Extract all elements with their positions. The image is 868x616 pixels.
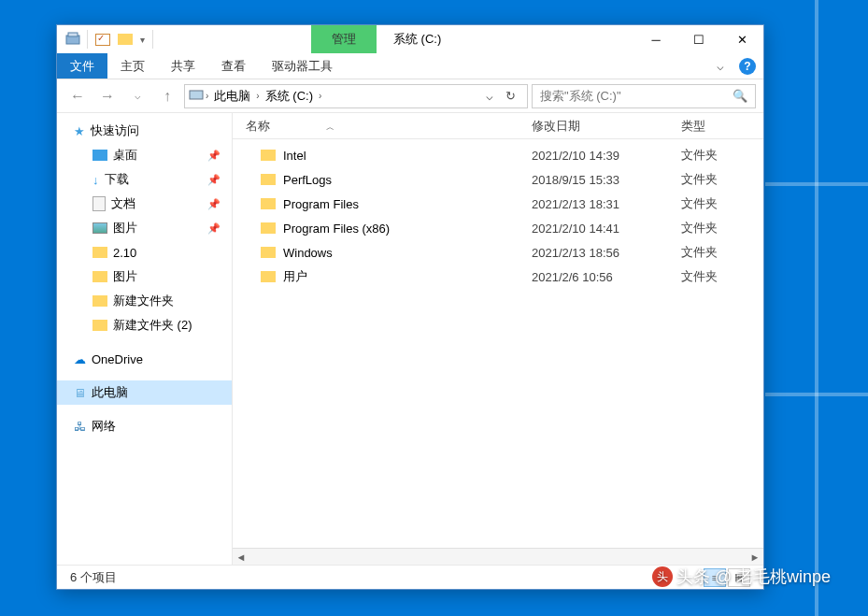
file-name: PerfLogs <box>283 173 332 187</box>
watermark: 头 头条 @ 老毛桃winpe <box>652 566 831 588</box>
horizontal-scrollbar[interactable]: ◄ ► <box>233 548 763 565</box>
nav-documents[interactable]: 文档📌 <box>57 192 232 216</box>
file-name: Windows <box>283 246 333 260</box>
file-date: 2021/2/13 18:56 <box>532 246 681 260</box>
folder-icon <box>92 295 107 307</box>
file-name: Program Files (x86) <box>283 222 390 236</box>
file-date: 2021/2/6 10:56 <box>532 270 681 284</box>
file-date: 2021/2/10 14:41 <box>532 222 681 236</box>
back-button[interactable]: ← <box>64 83 91 109</box>
ribbon-tab-drivetools[interactable]: 驱动器工具 <box>259 53 346 79</box>
navigation-pane[interactable]: ★快速访问 桌面📌 ↓下载📌 文档📌 图片📌 2.10 图片 新建文件夹 新建文… <box>57 113 233 565</box>
folder-icon <box>261 174 276 185</box>
scroll-right-icon[interactable]: ► <box>747 552 763 563</box>
column-date[interactable]: 修改日期 <box>532 118 681 135</box>
help-button[interactable]: ? <box>732 53 763 79</box>
forward-button[interactable]: → <box>94 83 121 109</box>
maximize-button[interactable]: ☐ <box>677 25 720 53</box>
search-input[interactable] <box>540 89 733 103</box>
ribbon-tab-share[interactable]: 共享 <box>158 53 208 79</box>
nav-this-pc[interactable]: 🖥此电脑 <box>57 380 232 405</box>
nav-newfolder2[interactable]: 新建文件夹 (2) <box>57 313 232 337</box>
nav-pictures2[interactable]: 图片 <box>57 265 232 289</box>
minimize-button[interactable]: ─ <box>634 25 677 53</box>
cloud-icon: ☁ <box>74 352 86 366</box>
star-icon: ★ <box>74 124 85 138</box>
titlebar[interactable]: ▾ 管理 系统 (C:) ─ ☐ ✕ <box>57 25 763 53</box>
file-name: Program Files <box>283 197 359 211</box>
column-name[interactable]: 名称︿ <box>233 118 532 135</box>
file-type: 文件夹 <box>681 244 756 261</box>
qat-customize-icon[interactable]: ▾ <box>140 35 145 45</box>
up-button[interactable]: ↑ <box>154 83 180 109</box>
nav-network[interactable]: 🖧网络 <box>57 414 232 438</box>
pin-icon: 📌 <box>207 174 221 186</box>
app-icon <box>63 29 83 50</box>
item-count: 6 个项目 <box>70 569 117 586</box>
file-date: 2021/2/10 14:39 <box>532 149 681 163</box>
file-row[interactable]: Windows2021/2/13 18:56文件夹 <box>233 240 763 265</box>
file-date: 2018/9/15 15:33 <box>532 173 681 187</box>
file-type: 文件夹 <box>681 220 756 236</box>
nav-folder-210[interactable]: 2.10 <box>57 240 232 265</box>
file-type: 文件夹 <box>681 195 756 212</box>
address-dropdown-icon[interactable]: ⌵ <box>482 89 497 103</box>
scroll-left-icon[interactable]: ◄ <box>233 552 249 563</box>
nav-downloads[interactable]: ↓下载📌 <box>57 167 232 192</box>
desktop-icon <box>92 150 107 161</box>
file-row[interactable]: PerfLogs2018/9/15 15:33文件夹 <box>233 167 763 192</box>
file-row[interactable]: Program Files2021/2/13 18:31文件夹 <box>233 192 763 216</box>
file-row[interactable]: 用户2021/2/6 10:56文件夹 <box>233 265 763 289</box>
chevron-right-icon[interactable]: › <box>204 91 210 101</box>
folder-icon <box>92 271 107 282</box>
ribbon-tab-home[interactable]: 主页 <box>107 53 158 79</box>
file-row[interactable]: Intel2021/2/10 14:39文件夹 <box>233 143 763 167</box>
file-list[interactable]: Intel2021/2/10 14:39文件夹PerfLogs2018/9/15… <box>233 139 763 548</box>
download-icon: ↓ <box>92 173 99 187</box>
pc-icon: 🖥 <box>74 386 86 400</box>
recent-dropdown-icon[interactable]: ⌵ <box>124 83 150 109</box>
ribbon-tab-view[interactable]: 查看 <box>208 53 259 79</box>
ribbon: 文件 主页 共享 查看 驱动器工具 ⌵ ? <box>57 53 763 79</box>
nav-pictures[interactable]: 图片📌 <box>57 216 232 240</box>
chevron-right-icon[interactable]: › <box>254 91 261 101</box>
pin-icon: 📌 <box>207 198 221 210</box>
help-icon: ? <box>739 58 756 75</box>
folder-icon <box>261 271 276 282</box>
nav-quick-access[interactable]: ★快速访问 <box>57 119 232 143</box>
file-row[interactable]: Program Files (x86)2021/2/10 14:41文件夹 <box>233 216 763 240</box>
folder-icon <box>92 247 107 258</box>
file-type: 文件夹 <box>681 147 756 164</box>
file-type: 文件夹 <box>681 268 756 285</box>
search-box[interactable]: 🔍 <box>532 84 756 108</box>
column-type[interactable]: 类型 <box>681 118 756 135</box>
watermark-icon: 头 <box>652 566 673 587</box>
refresh-button[interactable]: ↻ <box>497 89 523 103</box>
folder-icon <box>92 320 107 331</box>
network-icon: 🖧 <box>74 420 86 434</box>
nav-newfolder[interactable]: 新建文件夹 <box>57 289 232 313</box>
chevron-right-icon[interactable]: › <box>317 91 323 101</box>
svg-rect-1 <box>68 33 78 36</box>
ribbon-tab-file[interactable]: 文件 <box>57 53 107 79</box>
context-tab-manage: 管理 <box>311 25 377 53</box>
file-date: 2021/2/13 18:31 <box>532 197 681 211</box>
close-button[interactable]: ✕ <box>720 25 763 53</box>
pin-icon: 📌 <box>207 222 221 235</box>
nav-onedrive[interactable]: ☁OneDrive <box>57 347 232 371</box>
ribbon-expand-icon[interactable]: ⌵ <box>709 53 732 79</box>
file-name: Intel <box>283 149 306 163</box>
search-icon[interactable]: 🔍 <box>733 89 747 103</box>
qat-properties-icon[interactable] <box>95 34 110 46</box>
breadcrumb-location[interactable]: 系统 (C:) <box>262 88 317 105</box>
breadcrumb-thispc[interactable]: 此电脑 <box>210 88 254 105</box>
folder-icon <box>261 222 276 234</box>
folder-icon <box>261 150 276 161</box>
qat-newfolder-icon[interactable] <box>118 34 133 45</box>
address-bar[interactable]: › 此电脑 › 系统 (C:) › ⌵ ↻ <box>184 84 528 108</box>
column-headers: 名称︿ 修改日期 类型 <box>233 113 763 139</box>
nav-desktop[interactable]: 桌面📌 <box>57 143 232 167</box>
pin-icon: 📌 <box>207 150 221 162</box>
sort-indicator-icon: ︿ <box>326 122 334 132</box>
folder-icon <box>261 198 276 209</box>
